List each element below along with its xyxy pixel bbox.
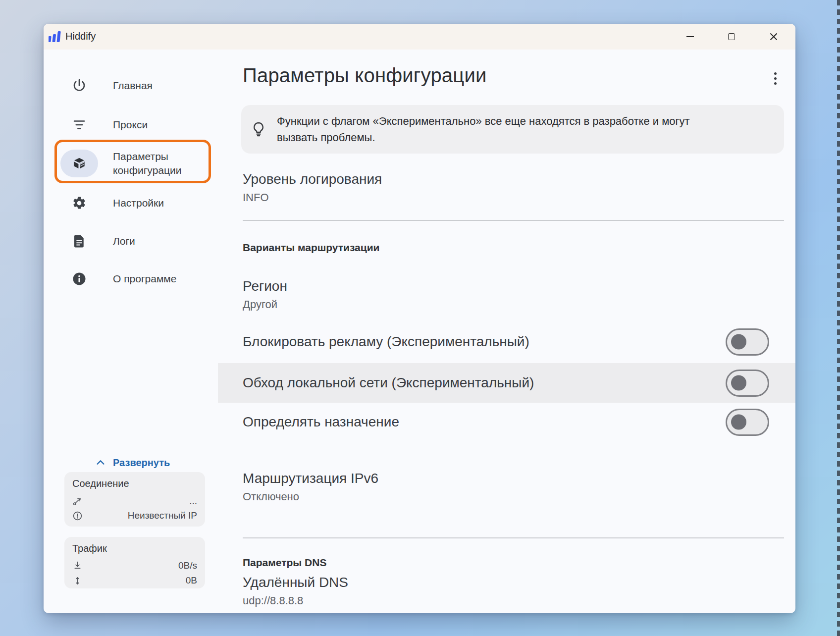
toggle-knob	[731, 375, 746, 391]
setting-title: Определять назначение	[243, 413, 399, 431]
toggle-switch-off[interactable]	[726, 370, 769, 397]
banner-text: Функции с флагом «Экспериментально» все …	[277, 113, 690, 146]
traffic-speed-value: 0B/s	[178, 560, 197, 571]
main-content: Параметры конфигурации Функции с флагом …	[218, 50, 795, 613]
kebab-menu-button[interactable]	[768, 66, 783, 90]
package-icon	[67, 152, 91, 175]
sidebar-item-about[interactable]: О программе	[44, 260, 218, 298]
sidebar-item-label: Логи	[113, 234, 205, 248]
sidebar-item-label: Параметры конфигурации	[113, 150, 205, 177]
gear-icon	[67, 191, 91, 215]
divider	[243, 220, 784, 221]
setting-value: udp://8.8.8.8	[243, 593, 784, 608]
toggle-knob	[731, 415, 746, 430]
setting-title: Регион	[243, 277, 784, 295]
toggle-switch-off[interactable]	[726, 328, 769, 356]
sidebar-item-proxies[interactable]: Прокси	[44, 106, 218, 144]
expand-link[interactable]: Развернуть	[95, 455, 170, 471]
section-routing-options: Варианты маршрутизации	[243, 242, 380, 254]
sidebar-item-label: Прокси	[113, 118, 205, 132]
screen-edge-strip	[837, 0, 840, 636]
section-dns-options: Параметры DNS	[243, 557, 326, 569]
setting-title: Обход локальной сети (Экспериментальный)	[243, 374, 534, 392]
connection-ip-value: Неизвестный IP	[128, 510, 197, 521]
sidebar-item-label: Настройки	[113, 196, 205, 210]
kebab-menu-icon	[774, 72, 777, 75]
alert-circle-icon	[72, 511, 83, 521]
sidebar: Главная Прокси	[44, 50, 218, 613]
toggle-switch-off[interactable]	[726, 409, 769, 436]
experimental-banner: Функции с флагом «Экспериментально» все …	[241, 105, 784, 154]
setting-block-ads[interactable]: Блокировать рекламу (Экспериментальный)	[218, 322, 795, 362]
traffic-total-value: 0B	[186, 575, 197, 586]
setting-remote-dns[interactable]: Удалённый DNS udp://8.8.8.8	[243, 574, 784, 608]
chevron-up-icon	[95, 457, 106, 468]
lightbulb-icon	[250, 121, 267, 138]
setting-value: Отключено	[243, 489, 784, 504]
setting-region[interactable]: Регион Другой	[243, 277, 784, 312]
titlebar[interactable]: Hiddify	[44, 24, 795, 50]
hiddify-logo-icon	[49, 30, 61, 43]
setting-title: Блокировать рекламу (Экспериментальный)	[243, 333, 529, 351]
sidebar-item-label: О программе	[113, 272, 205, 286]
toggle-knob	[731, 334, 746, 350]
setting-value: INFO	[243, 190, 784, 205]
setting-title: Удалённый DNS	[243, 574, 784, 591]
route-icon	[72, 496, 83, 506]
sidebar-item-config-options[interactable]: Параметры конфигурации	[44, 144, 218, 183]
setting-ipv6-routing[interactable]: Маршрутизация IPv6 Отключено	[243, 470, 784, 504]
minimize-button[interactable]	[676, 24, 704, 50]
connection-route-value: ...	[189, 495, 197, 506]
document-icon	[67, 229, 91, 253]
setting-log-level[interactable]: Уровень логирования INFO	[243, 170, 784, 205]
close-button[interactable]	[760, 24, 788, 50]
setting-resolve-destination[interactable]: Определять назначение	[218, 402, 795, 442]
connection-card[interactable]: Соединение ... Неизвестный IP	[64, 472, 205, 527]
close-icon	[770, 33, 778, 41]
hiddify-window: Hiddify Главная	[44, 24, 795, 613]
divider	[243, 537, 784, 538]
window-title: Hiddify	[65, 31, 96, 42]
minimize-icon	[686, 36, 694, 37]
expand-label: Развернуть	[113, 457, 170, 469]
traffic-card-title: Трафик	[72, 543, 197, 554]
setting-bypass-lan[interactable]: Обход локальной сети (Экспериментальный)	[218, 363, 795, 403]
sidebar-item-settings[interactable]: Настройки	[44, 184, 218, 222]
sidebar-item-logs[interactable]: Логи	[44, 222, 218, 261]
page-title: Параметры конфигурации	[243, 64, 487, 87]
sidebar-item-home[interactable]: Главная	[44, 66, 218, 105]
sidebar-item-label: Главная	[113, 79, 205, 93]
arrows-up-down-icon	[72, 576, 83, 586]
setting-title: Маршрутизация IPv6	[243, 470, 784, 487]
maximize-icon	[728, 33, 735, 40]
power-icon	[67, 74, 91, 98]
filter-icon	[67, 113, 91, 137]
setting-title: Уровень логирования	[243, 170, 784, 188]
download-icon	[72, 561, 83, 571]
setting-value: Другой	[243, 297, 784, 312]
connection-card-title: Соединение	[72, 478, 197, 489]
maximize-button[interactable]	[718, 24, 745, 50]
info-icon	[67, 267, 91, 291]
traffic-card[interactable]: Трафик 0B/s 0B	[64, 537, 205, 588]
